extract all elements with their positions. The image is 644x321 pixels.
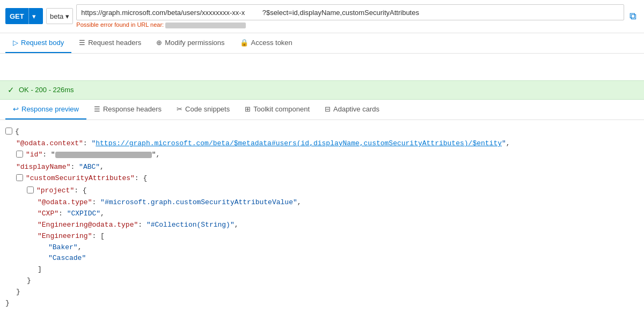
method-label: GET <box>5 12 28 20</box>
csa-key: customSecurityAttributes <box>30 174 130 182</box>
modify-permissions-icon: ⊕ <box>156 39 162 47</box>
version-label: beta <box>50 12 63 20</box>
json-csa-close: } <box>16 287 639 298</box>
engineering-key: Engineering <box>42 232 88 240</box>
displayname-val: ABC <box>83 163 96 171</box>
url-bar: GET ▾ beta ▾ Possible error found in URL… <box>0 0 644 33</box>
tab-request-headers-label: Request headers <box>88 39 141 47</box>
json-project-line: "project": { <box>5 185 639 198</box>
version-chevron: ▾ <box>65 12 69 20</box>
json-csa-close-line: } <box>5 287 639 298</box>
tab-toolkit-component-label: Toolkit component <box>253 105 310 113</box>
odata-type-key: @odata.type <box>42 198 88 206</box>
cxp-val: CXPIDC <box>71 210 96 218</box>
json-cascade: "Cascade" <box>48 253 639 264</box>
json-id: "id": "", <box>26 150 639 161</box>
tab-access-token[interactable]: 🔒 Access token <box>232 33 300 53</box>
request-headers-icon: ☰ <box>79 39 85 47</box>
tab-modify-permissions[interactable]: ⊕ Modify permissions <box>149 33 232 53</box>
id-redacted <box>55 152 152 158</box>
json-displayname-line: "displayName": "ABC", <box>5 162 639 173</box>
tab-request-headers[interactable]: ☰ Request headers <box>71 33 149 53</box>
method-group[interactable]: GET ▾ <box>5 8 43 24</box>
json-id-line: "id": "", <box>5 150 639 162</box>
tab-response-preview-label: Response preview <box>21 105 79 113</box>
json-project: "project": { <box>36 185 639 197</box>
version-select[interactable]: beta ▾ <box>46 8 73 24</box>
request-body-icon: ▷ <box>13 39 18 47</box>
tab-response-headers-label: Response headers <box>103 105 162 113</box>
tab-access-token-label: Access token <box>251 39 292 47</box>
project-key: project <box>41 186 70 195</box>
status-icon: ✓ <box>8 85 14 95</box>
baker-val: Baker <box>53 243 74 251</box>
json-cxp-line: "CXP": "CXPIDC", <box>5 208 639 220</box>
displayname-key: displayName <box>20 163 67 171</box>
json-project-close: } <box>27 275 639 287</box>
tab-request-body-label: Request body <box>21 39 64 47</box>
cxp-key: CXP <box>42 210 54 218</box>
odata-type-val: #microsoft.graph.customSecurityAttribute… <box>105 198 293 206</box>
json-open-brace-line: { <box>5 126 639 139</box>
json-csa-line: "customSecurityAttributes": { <box>5 173 639 185</box>
engineering-odata-val: #Collection(String) <box>151 221 230 229</box>
cascade-val: Cascade <box>53 254 82 262</box>
tab-response-headers[interactable]: ☰ Response headers <box>86 100 169 120</box>
json-engineering-line: "Engineering": [ <box>5 231 639 242</box>
json-checkbox-id[interactable] <box>16 151 26 162</box>
json-baker-line: "Baker", <box>5 242 639 253</box>
engineering-odata-key: Engineering@odata.type <box>42 221 134 229</box>
adaptive-cards-icon: ⊟ <box>325 105 331 113</box>
status-bar: ✓ OK - 200 - 226ms <box>0 80 644 100</box>
tab-adaptive-cards[interactable]: ⊟ Adaptive cards <box>317 100 387 120</box>
json-checkbox-project[interactable] <box>27 186 36 198</box>
tab-request-body[interactable]: ▷ Request body <box>5 33 71 53</box>
json-checkbox-csa[interactable] <box>16 174 26 185</box>
json-csa: "customSecurityAttributes": { <box>26 173 639 184</box>
tab-modify-permissions-label: Modify permissions <box>165 39 224 47</box>
json-engineering: "Engineering": [ <box>38 231 639 242</box>
toolkit-component-icon: ⊞ <box>245 105 251 113</box>
json-baker: "Baker", <box>48 242 639 253</box>
json-engineering-odata-line: "Engineering@odata.type": "#Collection(S… <box>5 220 639 231</box>
response-tabs: ↩ Response preview ☰ Response headers ✂ … <box>0 100 644 120</box>
url-error: Possible error found in URL near: <box>76 20 624 28</box>
request-tabs: ▷ Request body ☰ Request headers ⊕ Modif… <box>0 33 644 54</box>
url-input-wrap: Possible error found in URL near: <box>76 4 624 28</box>
json-array-close: ] <box>38 264 639 275</box>
tab-code-snippets-label: Code snippets <box>185 105 230 113</box>
json-area: { "@odata.context": "https://graph.micro… <box>0 120 644 316</box>
tab-toolkit-component[interactable]: ⊞ Toolkit component <box>237 100 317 120</box>
json-project-close-line: } <box>5 275 639 287</box>
tab-response-preview[interactable]: ↩ Response preview <box>5 100 86 120</box>
odata-context-link[interactable]: https://graph.microsoft.com/beta/$metada… <box>96 139 502 147</box>
tab-code-snippets[interactable]: ✂ Code snippets <box>169 100 237 120</box>
url-input[interactable] <box>76 4 624 20</box>
json-odata-type: "@odata.type": "#microsoft.graph.customS… <box>38 197 639 208</box>
response-headers-icon: ☰ <box>94 105 100 113</box>
json-checkbox-root[interactable] <box>5 128 15 139</box>
json-root-close-line: } <box>5 298 639 309</box>
request-body-area <box>0 54 644 80</box>
json-odata-context: "@odata.context": "https://graph.microso… <box>16 138 639 150</box>
code-snippets-icon: ✂ <box>177 105 182 113</box>
id-key: id <box>30 151 39 159</box>
copy-icon[interactable]: ⧉ <box>627 10 639 23</box>
json-root-brace: { <box>15 126 639 138</box>
json-cxp: "CXP": "CXPIDC", <box>38 208 639 220</box>
access-token-icon: 🔒 <box>240 39 248 47</box>
json-odata-type-line: "@odata.type": "#microsoft.graph.customS… <box>5 197 639 208</box>
json-odata-context-line: "@odata.context": "https://graph.microso… <box>5 138 639 150</box>
tab-adaptive-cards-label: Adaptive cards <box>333 105 379 113</box>
odata-context-key: @odata.context <box>20 139 79 147</box>
json-displayname: "displayName": "ABC", <box>16 162 639 173</box>
status-text: OK - 200 - 226ms <box>19 86 74 94</box>
method-chevron[interactable]: ▾ <box>28 8 39 24</box>
response-preview-icon: ↩ <box>13 105 19 113</box>
json-array-close-line: ] <box>5 264 639 275</box>
json-cascade-line: "Cascade" <box>5 253 639 264</box>
json-root-close: } <box>5 298 639 309</box>
json-engineering-odata: "Engineering@odata.type": "#Collection(S… <box>38 220 639 231</box>
